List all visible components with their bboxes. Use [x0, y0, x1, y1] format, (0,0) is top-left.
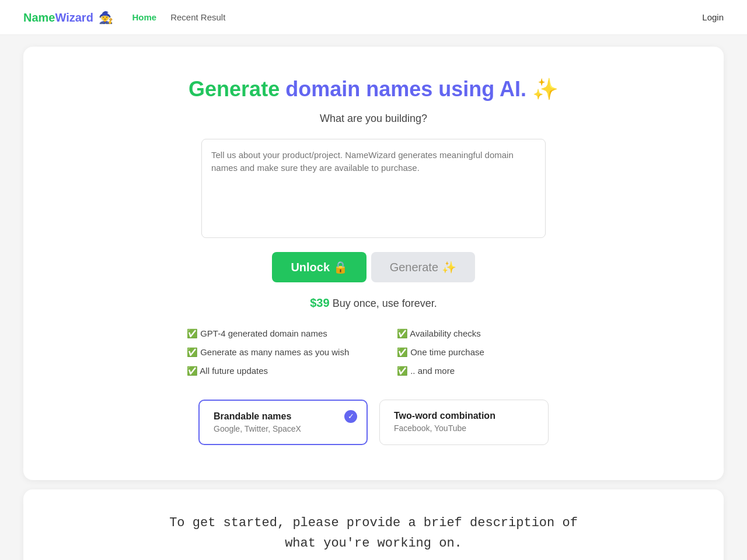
logo[interactable]: NameWizard 🧙 [23, 10, 113, 24]
name-type-row: Brandable names Google, Twitter, SpaceX … [47, 400, 700, 445]
nav-links: Home Recent Result [132, 12, 225, 22]
feature-gpt4: ✅ GPT-4 generated domain names [187, 326, 350, 341]
main-wrapper: Generate domain names using AI. ✨ What a… [0, 35, 747, 560]
price-amount: $39 [310, 296, 329, 309]
two-word-title: Two-word combination [394, 411, 534, 421]
bottom-text: To get started, please provide a brief d… [47, 513, 700, 554]
hero-title-rest: domain names using AI. [280, 77, 526, 101]
navbar-left: NameWizard 🧙 Home Recent Result [23, 10, 225, 24]
price-line: $39 Buy once, use forever. [47, 296, 700, 310]
brandable-title: Brandable names [214, 411, 352, 422]
bottom-section: To get started, please provide a brief d… [23, 489, 724, 560]
logo-name: Name [23, 11, 55, 24]
feature-generate-many: ✅ Generate as many names as you wish [187, 345, 350, 360]
nav-home[interactable]: Home [132, 12, 156, 22]
hero-title: Generate domain names using AI. ✨ [47, 76, 700, 103]
feature-more: ✅ .. and more [397, 363, 560, 379]
description-textarea[interactable] [201, 139, 546, 238]
name-type-brandable[interactable]: Brandable names Google, Twitter, SpaceX … [198, 400, 368, 445]
price-text: Buy once, use forever. [330, 298, 437, 309]
logo-wizard: Wizard [55, 11, 93, 24]
textarea-wrapper [201, 139, 546, 240]
brandable-check-icon: ✓ [344, 410, 357, 423]
hero-title-emoji: ✨ [532, 77, 558, 101]
bottom-line1: To get started, please provide a brief d… [169, 516, 578, 530]
generate-button[interactable]: Generate ✨ [371, 252, 475, 282]
brandable-subtitle: Google, Twitter, SpaceX [214, 424, 352, 433]
logo-emoji: 🧙 [99, 11, 113, 24]
feature-one-time: ✅ One time purchase [397, 345, 560, 360]
feature-updates: ✅ All future updates [187, 363, 350, 379]
name-type-two-word[interactable]: Two-word combination Facebook, YouTube [379, 400, 549, 445]
buttons-row: Unlock 🔒 Generate ✨ [47, 252, 700, 282]
login-button[interactable]: Login [702, 12, 724, 22]
main-card: Generate domain names using AI. ✨ What a… [23, 47, 724, 480]
nav-recent-result[interactable]: Recent Result [170, 12, 225, 22]
feature-availability: ✅ Availability checks [397, 326, 560, 341]
two-word-subtitle: Facebook, YouTube [394, 424, 534, 433]
features-grid: ✅ GPT-4 generated domain names ✅ Availab… [187, 326, 560, 379]
hero-subtitle: What are you building? [47, 113, 700, 125]
navbar: NameWizard 🧙 Home Recent Result Login [0, 0, 747, 35]
bottom-line2: what you're working on. [285, 536, 462, 551]
hero-title-generate: Generate [189, 77, 280, 101]
unlock-button[interactable]: Unlock 🔒 [272, 252, 366, 282]
